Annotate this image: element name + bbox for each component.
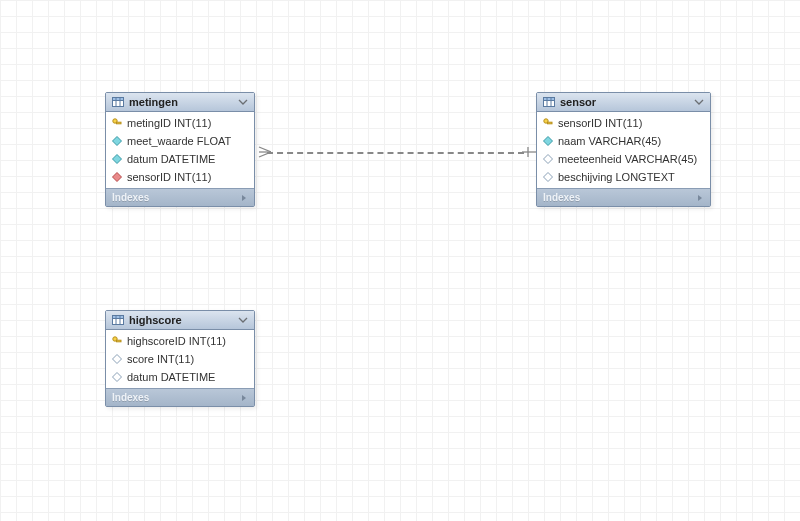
key-icon	[112, 336, 122, 346]
table-header-highscore[interactable]: highscore	[106, 311, 254, 330]
relation-metingen-sensor[interactable]	[267, 152, 524, 154]
table-title: highscore	[129, 314, 233, 326]
table-title: metingen	[129, 96, 233, 108]
column-row[interactable]: datum DATETIME	[106, 368, 254, 386]
table-sensor[interactable]: sensor sensorID INT(11) naam VARCHAR(45)…	[536, 92, 711, 207]
column-row[interactable]: metingID INT(11)	[106, 114, 254, 132]
svg-rect-13	[113, 316, 124, 319]
table-header-metingen[interactable]: metingen	[106, 93, 254, 112]
diamond-filled-red-icon	[112, 172, 122, 182]
columns-list: metingID INT(11) meet_waarde FLOAT datum…	[106, 112, 254, 188]
svg-line-20	[259, 152, 271, 157]
column-label: datum DATETIME	[127, 371, 215, 383]
canvas-grid	[0, 0, 800, 521]
column-row[interactable]: naam VARCHAR(45)	[537, 132, 710, 150]
svg-line-18	[259, 147, 271, 152]
chevron-down-icon[interactable]	[238, 97, 248, 107]
svg-rect-1	[113, 98, 124, 101]
column-row[interactable]: highscoreID INT(11)	[106, 332, 254, 350]
column-label: highscoreID INT(11)	[127, 335, 226, 347]
diamond-filled-cyan-icon	[543, 136, 553, 146]
column-row[interactable]: meet_waarde FLOAT	[106, 132, 254, 150]
svg-rect-11	[548, 122, 553, 124]
svg-rect-7	[544, 98, 555, 101]
diamond-open-icon	[112, 354, 122, 364]
chevron-right-icon	[240, 194, 248, 202]
diamond-open-icon	[543, 172, 553, 182]
column-row[interactable]: sensorID INT(11)	[106, 168, 254, 186]
column-label: meeteenheid VARCHAR(45)	[558, 153, 697, 165]
indexes-section[interactable]: Indexes	[106, 188, 254, 206]
svg-rect-5	[117, 122, 122, 124]
column-label: beschijving LONGTEXT	[558, 171, 675, 183]
table-metingen[interactable]: metingen metingID INT(11) meet_waarde FL…	[105, 92, 255, 207]
column-label: sensorID INT(11)	[127, 171, 211, 183]
column-label: metingID INT(11)	[127, 117, 211, 129]
chevron-right-icon	[240, 394, 248, 402]
columns-list: highscoreID INT(11) score INT(11) datum …	[106, 330, 254, 388]
key-icon	[543, 118, 553, 128]
column-row[interactable]: beschijving LONGTEXT	[537, 168, 710, 186]
svg-rect-17	[117, 340, 122, 342]
table-highscore[interactable]: highscore highscoreID INT(11) score INT(…	[105, 310, 255, 407]
column-label: score INT(11)	[127, 353, 194, 365]
diamond-open-icon	[543, 154, 553, 164]
columns-list: sensorID INT(11) naam VARCHAR(45) meetee…	[537, 112, 710, 188]
table-icon	[112, 96, 124, 108]
indexes-label: Indexes	[112, 192, 149, 203]
table-icon	[543, 96, 555, 108]
table-icon	[112, 314, 124, 326]
table-title: sensor	[560, 96, 689, 108]
crow-foot-many-icon	[257, 145, 271, 159]
key-icon	[112, 118, 122, 128]
diamond-filled-cyan-icon	[112, 136, 122, 146]
indexes-section[interactable]: Indexes	[106, 388, 254, 406]
column-row[interactable]: datum DATETIME	[106, 150, 254, 168]
indexes-label: Indexes	[112, 392, 149, 403]
column-row[interactable]: meeteenheid VARCHAR(45)	[537, 150, 710, 168]
chevron-down-icon[interactable]	[238, 315, 248, 325]
crow-foot-one-icon	[522, 145, 536, 159]
diamond-filled-cyan-icon	[112, 154, 122, 164]
chevron-down-icon[interactable]	[694, 97, 704, 107]
indexes-label: Indexes	[543, 192, 580, 203]
table-header-sensor[interactable]: sensor	[537, 93, 710, 112]
column-label: datum DATETIME	[127, 153, 215, 165]
column-row[interactable]: score INT(11)	[106, 350, 254, 368]
column-label: sensorID INT(11)	[558, 117, 642, 129]
column-label: meet_waarde FLOAT	[127, 135, 231, 147]
diamond-open-icon	[112, 372, 122, 382]
chevron-right-icon	[696, 194, 704, 202]
column-label: naam VARCHAR(45)	[558, 135, 661, 147]
indexes-section[interactable]: Indexes	[537, 188, 710, 206]
column-row[interactable]: sensorID INT(11)	[537, 114, 710, 132]
